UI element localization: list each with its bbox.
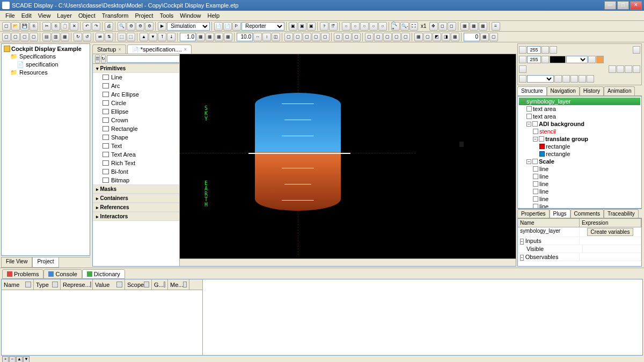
tb-flip1-icon[interactable]: ⇄ bbox=[96, 33, 104, 41]
tb-cursor-help-icon[interactable]: ⁉ bbox=[329, 22, 338, 31]
filter-icon[interactable] bbox=[52, 282, 58, 287]
tb-misc8-icon[interactable]: ▢ bbox=[352, 33, 361, 41]
tb-align2-icon[interactable]: ▥ bbox=[52, 33, 60, 41]
tb-grid1-icon[interactable]: ▦ bbox=[460, 22, 469, 31]
tb-misc4-icon[interactable]: ▢ bbox=[312, 33, 320, 41]
tb-report-icon[interactable]: 📄 bbox=[214, 22, 223, 31]
tb-dim2-icon[interactable]: ↕ bbox=[262, 33, 271, 41]
align-c-icon[interactable] bbox=[579, 75, 586, 83]
tb-obj3-icon[interactable]: ▢ bbox=[20, 33, 29, 41]
primitives-search[interactable] bbox=[107, 55, 180, 63]
line-cap-icon[interactable] bbox=[588, 56, 596, 63]
menu-tools[interactable]: Tools bbox=[157, 11, 177, 20]
tree-specifications[interactable]: 📁 Specifications bbox=[3, 53, 89, 61]
struct-rectangle[interactable]: rectangle bbox=[538, 143, 640, 150]
struct-line[interactable]: line bbox=[532, 165, 640, 173]
tb-misc6-icon[interactable]: ▢ bbox=[334, 33, 342, 41]
tb-pan-icon[interactable]: ✥ bbox=[429, 22, 438, 31]
tb-snap2-icon[interactable]: ▦ bbox=[206, 33, 214, 41]
color-tool-icon[interactable] bbox=[519, 46, 526, 54]
struct-adi-background[interactable]: −ADI background bbox=[525, 120, 640, 128]
tb-misc12-icon[interactable]: ▢ bbox=[392, 33, 401, 41]
dict-col-represe[interactable]: Represe... bbox=[61, 279, 93, 290]
tab-file-view[interactable]: File View bbox=[1, 257, 32, 268]
tb-obj1-icon[interactable]: ▢ bbox=[2, 33, 11, 41]
tab-problems[interactable]: Problems bbox=[2, 269, 43, 279]
tb-sel-sim-icon[interactable]: ◨ bbox=[442, 33, 450, 41]
menu-window[interactable]: Window bbox=[177, 11, 204, 20]
tb-open-icon[interactable]: 📂 bbox=[11, 22, 20, 31]
create-variables-button[interactable]: Create variables bbox=[587, 228, 634, 236]
line-style-icon[interactable] bbox=[550, 56, 566, 63]
fill-a-icon[interactable] bbox=[609, 65, 616, 73]
tb-delete-icon[interactable]: ✕ bbox=[70, 22, 78, 31]
tab-plugs[interactable]: Plugs bbox=[550, 209, 570, 218]
doc-tab-startup[interactable]: Startup× bbox=[92, 45, 126, 54]
color-tool2-icon[interactable] bbox=[541, 46, 549, 54]
prim-rich-text[interactable]: Rich Text bbox=[93, 159, 179, 167]
tb-layer-icon[interactable]: ≡ bbox=[492, 22, 500, 31]
tb-order4-icon[interactable]: ⤓ bbox=[167, 33, 175, 41]
struct-stencil[interactable]: stencil bbox=[532, 128, 640, 135]
tab-dictionary[interactable]: Dictionary bbox=[82, 269, 125, 279]
filter-icon[interactable] bbox=[164, 282, 165, 287]
r-value[interactable] bbox=[527, 46, 541, 54]
prim-group-primitives[interactable]: Primitives bbox=[93, 64, 179, 73]
minimize-button[interactable]: — bbox=[604, 1, 616, 10]
menu-help[interactable]: Help bbox=[204, 11, 223, 20]
prop-inputs[interactable]: −Inputs bbox=[518, 237, 580, 245]
line-tool-icon[interactable] bbox=[519, 56, 526, 63]
g-value[interactable] bbox=[527, 56, 541, 63]
close-button[interactable]: ✕ bbox=[630, 1, 642, 10]
filter-icon[interactable] bbox=[116, 282, 122, 287]
struct-scale[interactable]: −Scale bbox=[525, 158, 640, 165]
tb-redo-icon[interactable]: ↷ bbox=[92, 22, 100, 31]
tb-c2-icon[interactable]: ○ bbox=[351, 22, 360, 31]
tab-history[interactable]: History bbox=[580, 86, 604, 95]
tb-c3-icon[interactable]: ○ bbox=[360, 22, 369, 31]
reporter-combo[interactable]: Reporter bbox=[241, 22, 284, 31]
tree-resources[interactable]: 📁 Resources bbox=[3, 69, 89, 77]
prim-text[interactable]: Text bbox=[93, 142, 179, 150]
tb-flip2-icon[interactable]: ⇅ bbox=[105, 33, 113, 41]
tb-grid2-icon[interactable]: ▦ bbox=[470, 22, 478, 31]
tb-sel2-icon[interactable]: ◻ bbox=[448, 22, 456, 31]
tb-misc9-icon[interactable]: ▢ bbox=[365, 33, 374, 41]
tb-grid-on-icon[interactable]: ▦ bbox=[480, 33, 489, 41]
align-l-icon[interactable] bbox=[570, 75, 578, 83]
menu-edit[interactable]: Edit bbox=[18, 11, 35, 20]
dictionary-body[interactable] bbox=[203, 279, 642, 355]
fill-c-icon[interactable] bbox=[625, 65, 632, 73]
struct-rectangle[interactable]: rectangle bbox=[538, 150, 640, 158]
prim-group-masks[interactable]: Masks bbox=[93, 184, 179, 194]
struct-line[interactable]: line bbox=[532, 203, 640, 209]
menu-object[interactable]: Object bbox=[75, 11, 99, 20]
struct-translate-group[interactable]: −translate group bbox=[532, 135, 640, 143]
tab-animation[interactable]: Animation bbox=[604, 86, 635, 95]
menu-view[interactable]: View bbox=[35, 11, 54, 20]
tb-new-icon[interactable]: ▢ bbox=[2, 22, 11, 31]
tb-reporter-flag-icon[interactable]: 🏳 bbox=[232, 22, 241, 31]
dict-col-name[interactable]: Name bbox=[2, 279, 34, 290]
grid-input[interactable] bbox=[464, 33, 480, 41]
tb-misc7-icon[interactable]: ▢ bbox=[343, 33, 352, 41]
spin2-input[interactable] bbox=[237, 33, 253, 41]
text-tool-icon[interactable] bbox=[519, 75, 526, 83]
tb-find-icon[interactable]: 🔍 bbox=[118, 22, 126, 31]
menu-project[interactable]: Project bbox=[131, 11, 156, 20]
dict-col-type[interactable]: Type bbox=[34, 279, 61, 290]
tb-ungroup-icon[interactable]: ⬚ bbox=[127, 33, 135, 41]
structure-tree[interactable]: symbology_layertext areatext area−ADI ba… bbox=[517, 96, 642, 209]
tb-win2-icon[interactable]: ▣ bbox=[298, 22, 306, 31]
tb-misc1-icon[interactable]: ▢ bbox=[284, 33, 293, 41]
swatch-icon[interactable] bbox=[550, 46, 557, 54]
fill-tool-icon[interactable] bbox=[519, 65, 526, 73]
prim-filter-icon[interactable]: ☰ bbox=[95, 55, 100, 63]
tb-dim3-icon[interactable]: ◫ bbox=[272, 33, 280, 41]
doc-tab-specification[interactable]: 📄 *specification....× bbox=[127, 45, 192, 54]
expand-icon[interactable]: − bbox=[526, 122, 531, 127]
prim-text-area[interactable]: Text Area bbox=[93, 150, 179, 159]
tb-misc3-icon[interactable]: ▢ bbox=[303, 33, 311, 41]
line-style-combo[interactable] bbox=[566, 56, 588, 63]
prop-col-name[interactable]: Name bbox=[518, 219, 580, 227]
